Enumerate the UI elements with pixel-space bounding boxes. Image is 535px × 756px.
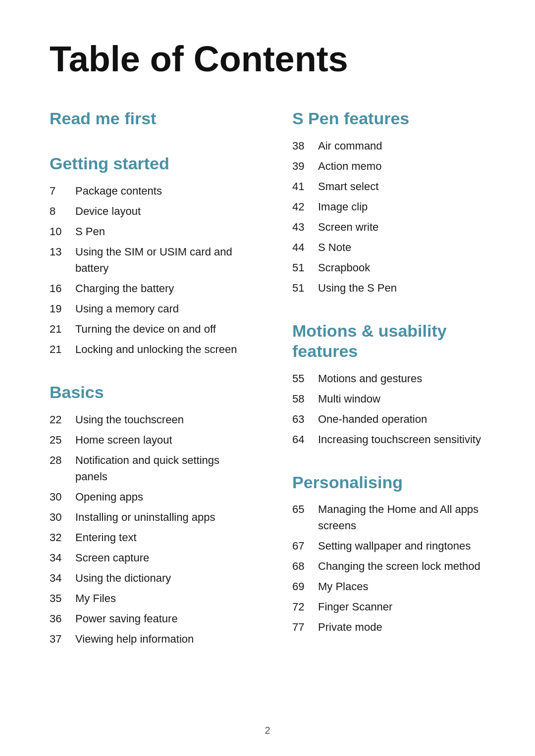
toc-page-number: 22	[50, 411, 75, 428]
list-item: 72Finger Scanner	[292, 599, 485, 615]
s-pen-features-list: 38Air command39Action memo41Smart select…	[292, 138, 485, 296]
toc-item-text: Entering text	[75, 529, 243, 546]
toc-page-number: 21	[50, 321, 75, 337]
page-title: Table of Contents	[50, 40, 485, 79]
right-column: S Pen features 38Air command39Action mem…	[282, 108, 485, 671]
list-item: 64Increasing touchscreen sensitivity	[292, 431, 485, 448]
section-getting-started: Getting started 7Package contents8Device…	[50, 153, 243, 357]
toc-page-number: 10	[50, 223, 75, 240]
toc-item-text: Power saving feature	[75, 610, 243, 627]
left-column: Read me first Getting started 7Package c…	[50, 108, 253, 671]
toc-page-number: 25	[50, 432, 75, 448]
toc-item-text: Viewing help information	[75, 631, 243, 647]
toc-page-number: 7	[50, 183, 75, 199]
toc-page-number: 35	[50, 590, 75, 606]
toc-item-text: Device layout	[75, 203, 243, 219]
section-basics: Basics 22Using the touchscreen25Home scr…	[50, 382, 243, 647]
page: Table of Contents Read me first Getting …	[0, 0, 535, 756]
toc-item-text: Opening apps	[75, 489, 243, 505]
section-s-pen-features: S Pen features 38Air command39Action mem…	[292, 108, 485, 296]
toc-item-text: Using a memory card	[75, 301, 243, 317]
toc-item-text: Using the dictionary	[75, 570, 243, 586]
list-item: 55Motions and gestures	[292, 370, 485, 387]
toc-item-text: Setting wallpaper and ringtones	[318, 538, 485, 554]
list-item: 25Home screen layout	[50, 432, 243, 448]
toc-item-text: Home screen layout	[75, 432, 243, 448]
list-item: 34Using the dictionary	[50, 570, 243, 586]
page-footer: 2	[0, 725, 535, 736]
toc-item-text: Smart select	[318, 178, 485, 195]
toc-page-number: 42	[292, 199, 318, 215]
toc-page-number: 65	[292, 501, 318, 517]
list-item: 67Setting wallpaper and ringtones	[292, 538, 485, 554]
list-item: 10S Pen	[50, 223, 243, 240]
toc-page-number: 37	[50, 631, 75, 647]
section-title-s-pen-features: S Pen features	[292, 108, 485, 129]
toc-item-text: One-handed operation	[318, 411, 485, 427]
list-item: 68Changing the screen lock method	[292, 558, 485, 574]
list-item: 30Installing or uninstalling apps	[50, 509, 243, 525]
section-title-read-me-first: Read me first	[50, 108, 243, 129]
toc-item-text: Turning the device on and off	[75, 321, 243, 337]
list-item: 32Entering text	[50, 529, 243, 546]
list-item: 38Air command	[292, 138, 485, 154]
list-item: 19Using a memory card	[50, 301, 243, 317]
page-number: 2	[265, 725, 270, 736]
list-item: 65Managing the Home and All apps screens	[292, 501, 485, 534]
toc-item-text: Managing the Home and All apps screens	[318, 501, 485, 534]
toc-page-number: 34	[50, 570, 75, 586]
list-item: 51Using the S Pen	[292, 280, 485, 296]
toc-item-text: Using the S Pen	[318, 280, 485, 296]
list-item: 21Turning the device on and off	[50, 321, 243, 337]
list-item: 44S Note	[292, 239, 485, 255]
toc-item-text: S Note	[318, 239, 485, 255]
section-title-basics: Basics	[50, 382, 243, 403]
toc-page-number: 51	[292, 259, 318, 276]
toc-item-text: Private mode	[318, 619, 485, 635]
list-item: 8Device layout	[50, 203, 243, 219]
list-item: 30Opening apps	[50, 489, 243, 505]
toc-page-number: 64	[292, 431, 318, 448]
toc-page-number: 68	[292, 558, 318, 574]
toc-item-text: Finger Scanner	[318, 599, 485, 615]
list-item: 22Using the touchscreen	[50, 411, 243, 428]
section-title-getting-started: Getting started	[50, 153, 243, 174]
list-item: 39Action memo	[292, 158, 485, 174]
toc-page-number: 41	[292, 178, 318, 195]
toc-page-number: 58	[292, 391, 318, 407]
toc-item-text: Screen capture	[75, 550, 243, 566]
list-item: 21Locking and unlocking the screen	[50, 341, 243, 357]
toc-page-number: 69	[292, 578, 318, 595]
toc-item-text: Image clip	[318, 199, 485, 215]
toc-item-text: Using the touchscreen	[75, 411, 243, 428]
list-item: 35My Files	[50, 590, 243, 606]
list-item: 37Viewing help information	[50, 631, 243, 647]
toc-page-number: 39	[292, 158, 318, 174]
toc-item-text: Motions and gestures	[318, 370, 485, 387]
section-motions-usability: Motions & usability features 55Motions a…	[292, 321, 485, 448]
toc-page-number: 34	[50, 550, 75, 566]
toc-item-text: Locking and unlocking the screen	[75, 341, 243, 357]
toc-page-number: 19	[50, 301, 75, 317]
toc-item-text: Installing or uninstalling apps	[75, 509, 243, 525]
toc-item-text: Screen write	[318, 219, 485, 235]
content-columns: Read me first Getting started 7Package c…	[50, 108, 485, 671]
toc-page-number: 77	[292, 619, 318, 635]
list-item: 16Charging the battery	[50, 280, 243, 297]
toc-page-number: 8	[50, 203, 75, 219]
list-item: 28Notification and quick settings panels	[50, 452, 243, 485]
toc-item-text: Package contents	[75, 183, 243, 199]
section-title-motions-usability: Motions & usability features	[292, 321, 485, 361]
toc-item-text: My Places	[318, 578, 485, 595]
section-title-personalising: Personalising	[292, 472, 485, 493]
toc-page-number: 44	[292, 239, 318, 255]
list-item: 63One-handed operation	[292, 411, 485, 427]
toc-page-number: 30	[50, 489, 75, 505]
personalising-list: 65Managing the Home and All apps screens…	[292, 501, 485, 635]
toc-item-text: Changing the screen lock method	[318, 558, 485, 574]
list-item: 7Package contents	[50, 183, 243, 199]
toc-page-number: 55	[292, 370, 318, 387]
toc-page-number: 16	[50, 280, 75, 297]
getting-started-list: 7Package contents8Device layout10S Pen13…	[50, 183, 243, 357]
list-item: 13Using the SIM or USIM card and battery	[50, 244, 243, 276]
